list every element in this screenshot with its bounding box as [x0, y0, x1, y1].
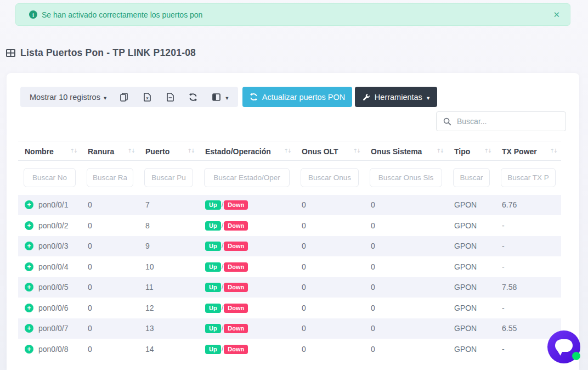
expand-row-icon[interactable]: + — [25, 304, 33, 312]
alert-close-icon[interactable]: ✕ — [553, 10, 560, 20]
filter-input-tx-power[interactable] — [501, 168, 556, 187]
port-name: pon0/0/8 — [38, 345, 69, 354]
search-icon — [443, 117, 451, 126]
cell-onus-olt: 0 — [295, 277, 364, 298]
expand-row-icon[interactable]: + — [25, 221, 33, 230]
columns-icon[interactable] — [212, 93, 220, 101]
port-name: pon0/0/3 — [38, 242, 69, 250]
status-down-badge: Down — [224, 304, 248, 313]
column-header-nombre[interactable]: Nombre↑↓ — [18, 142, 81, 161]
port-name: pon0/0/6 — [38, 304, 69, 312]
table-header-row: Nombre↑↓Ranura↑↓Puerto↑↓Estado/Operación… — [18, 142, 561, 161]
sort-icon[interactable]: ↑↓ — [484, 148, 491, 154]
filter-input-ranura[interactable] — [87, 168, 133, 187]
table-row: +pon0/0/208Up/Down00GPON- — [18, 215, 561, 236]
sort-icon[interactable]: ↑↓ — [436, 148, 443, 154]
slash-separator: / — [222, 324, 224, 332]
cell-tipo: GPON — [448, 277, 495, 298]
search-input[interactable] — [457, 117, 559, 126]
filter-input-tipo[interactable] — [453, 168, 490, 187]
alert-text: Se han activado correctamente los puerto… — [42, 10, 202, 19]
cell-onus-sistema: 0 — [364, 339, 448, 360]
table-row: +pon0/0/5011Up/Down00GPON7.58 — [18, 277, 561, 298]
filter-input-onus-sistema[interactable] — [370, 168, 442, 187]
column-header-tipo[interactable]: Tipo↑↓ — [448, 142, 495, 161]
sort-icon[interactable]: ↑↓ — [187, 148, 194, 154]
column-header-tx-power[interactable]: TX Power↑↓ — [495, 142, 561, 161]
column-header-puerto[interactable]: Puerto↑↓ — [139, 142, 199, 161]
chevron-down-icon: ▾ — [104, 94, 106, 101]
info-icon: i — [29, 10, 37, 19]
expand-row-icon[interactable]: + — [25, 324, 33, 333]
status-down-badge: Down — [224, 345, 248, 354]
column-header-estado-operaci-n[interactable]: Estado/Operación↑↓ — [199, 142, 295, 161]
sort-icon[interactable]: ↑↓ — [284, 148, 291, 154]
cell-ranura: 0 — [81, 339, 139, 360]
cell-tx-power: - — [495, 256, 561, 277]
cell-tx-power: - — [495, 298, 561, 318]
expand-row-icon[interactable]: + — [25, 200, 33, 209]
export-file-icon[interactable] — [166, 93, 174, 102]
cell-tipo: GPON — [448, 339, 495, 360]
sort-icon[interactable]: ↑↓ — [70, 148, 77, 154]
show-entries-select[interactable]: Mostrar 10 registros — [30, 93, 100, 102]
column-label: Nombre — [25, 147, 54, 156]
status-up-badge: Up — [205, 283, 221, 292]
chat-bubble-tail — [555, 349, 563, 356]
success-alert: i Se han activado correctamente los puer… — [15, 3, 570, 26]
cell-ranura: 0 — [81, 236, 139, 257]
herramientas-button[interactable]: Herramientas ▾ — [355, 87, 437, 107]
cell-onus-olt: 0 — [295, 215, 364, 236]
sort-icon[interactable]: ↑↓ — [127, 148, 134, 154]
wrench-icon — [363, 93, 370, 101]
search-container — [436, 111, 566, 131]
cell-ranura: 0 — [81, 298, 139, 318]
export-excel-icon[interactable]: x — [143, 93, 151, 102]
port-name: pon0/0/1 — [38, 200, 69, 209]
cell-puerto: 10 — [139, 256, 199, 277]
cell-puerto: 12 — [139, 298, 199, 318]
column-label: Onus OLT — [302, 147, 338, 156]
cell-onus-olt: 0 — [295, 236, 364, 257]
cell-puerto: 14 — [139, 339, 199, 360]
cell-onus-sistema: 0 — [364, 277, 448, 298]
status-down-badge: Down — [224, 200, 248, 210]
cell-ranura: 0 — [81, 195, 139, 216]
status-down-badge: Down — [224, 324, 248, 333]
sort-icon[interactable]: ↑↓ — [353, 148, 360, 154]
slash-separator: / — [222, 304, 224, 312]
slash-separator: / — [222, 221, 224, 229]
column-header-ranura[interactable]: Ranura↑↓ — [81, 142, 139, 161]
table-row: +pon0/0/309Up/Down00GPON- — [18, 236, 561, 257]
expand-row-icon[interactable]: + — [25, 345, 33, 354]
status-up-badge: Up — [205, 345, 221, 354]
status-down-badge: Down — [224, 262, 248, 272]
column-label: Onus Sistema — [371, 147, 422, 156]
expand-row-icon[interactable]: + — [25, 262, 33, 271]
copy-icon[interactable] — [120, 93, 128, 102]
column-label: Estado/Operación — [205, 147, 271, 156]
chevron-down-icon: ▾ — [225, 94, 228, 101]
cell-puerto: 7 — [139, 195, 199, 216]
column-header-onus-olt[interactable]: Onus OLT↑↓ — [295, 142, 364, 161]
filter-input-puerto[interactable] — [144, 168, 193, 187]
pon-ports-table: Nombre↑↓Ranura↑↓Puerto↑↓Estado/Operación… — [18, 142, 561, 360]
sort-icon[interactable]: ↑↓ — [550, 148, 557, 154]
port-name: pon0/0/2 — [38, 221, 69, 230]
expand-row-icon[interactable]: + — [25, 242, 33, 250]
cell-tipo: GPON — [448, 215, 495, 236]
status-up-badge: Up — [205, 221, 221, 231]
actualizar-puertos-button[interactable]: Actualizar puertos PON — [242, 87, 352, 107]
slash-separator: / — [222, 283, 224, 291]
refresh-icon[interactable] — [189, 93, 197, 102]
table-row: +pon0/0/107Up/Down00GPON6.76 — [18, 195, 561, 216]
filter-input-onus-olt[interactable] — [301, 168, 359, 187]
status-up-badge: Up — [205, 304, 221, 313]
column-header-onus-sistema[interactable]: Onus Sistema↑↓ — [364, 142, 448, 161]
cell-onus-olt: 0 — [295, 298, 364, 318]
filter-input-nombre[interactable] — [24, 168, 76, 187]
cell-onus-olt: 0 — [295, 195, 364, 216]
filter-input-estado-operaci-n[interactable] — [204, 168, 290, 187]
cell-tipo: GPON — [448, 256, 495, 277]
expand-row-icon[interactable]: + — [25, 283, 33, 291]
